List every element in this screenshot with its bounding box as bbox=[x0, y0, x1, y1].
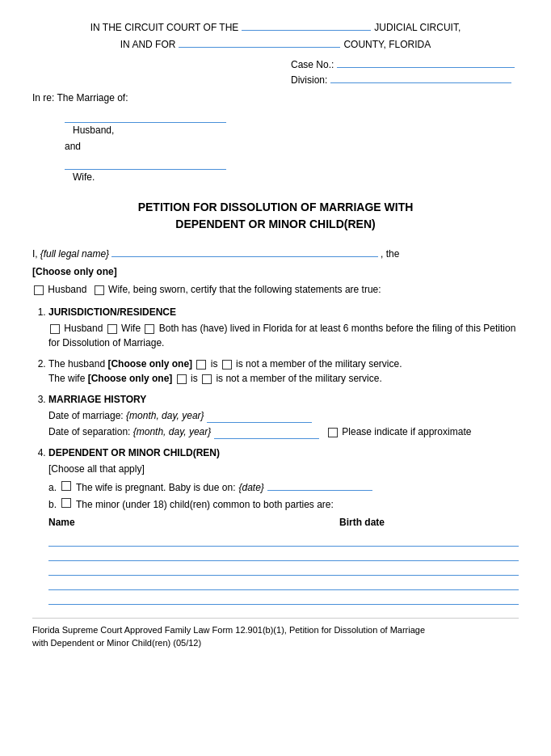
date-separation-label: Date of separation: bbox=[48, 426, 130, 437]
item-b-letter: b. bbox=[48, 497, 57, 512]
checkbox-minor-children[interactable] bbox=[61, 498, 71, 508]
date-due-placeholder: {date} bbox=[238, 480, 263, 495]
section-1-content-text: Both has (have) lived in Florida for at … bbox=[48, 323, 515, 348]
section-4-title: DEPENDENT OR MINOR CHILD(REN) bbox=[48, 446, 519, 460]
choose-all-label: [Choose all that apply] bbox=[48, 463, 145, 475]
header-line1: IN THE CIRCUIT COURT OF THE JUDICIAL CIR… bbox=[32, 19, 519, 33]
husband-section: Husband, bbox=[65, 110, 519, 136]
division-label: Division: bbox=[291, 74, 327, 86]
section-1: JURISDICTION/RESIDENCE Husband Wife Both… bbox=[48, 305, 519, 350]
intro-line: I, {full legal name} , the bbox=[32, 246, 519, 261]
husband-intro-label: Husband bbox=[48, 284, 86, 295]
division-field[interactable] bbox=[330, 72, 511, 83]
section-1-content: Husband Wife Both has (have) lived in Fl… bbox=[48, 321, 519, 350]
section-4: DEPENDENT OR MINOR CHILD(REN) [Choose al… bbox=[48, 446, 519, 605]
section-2-line1: The husband [Choose only one] is is not … bbox=[48, 357, 519, 371]
legal-name-field[interactable] bbox=[111, 246, 378, 257]
the-text: , the bbox=[381, 247, 399, 261]
checkbox-wife-intro[interactable] bbox=[95, 285, 104, 295]
wife-section: Wife. bbox=[65, 157, 519, 183]
footer-note: Florida Supreme Court Approved Family La… bbox=[32, 618, 519, 650]
item-a: a. The wife is pregnant. Baby is due on:… bbox=[48, 479, 519, 495]
petition-title: PETITION FOR DISSOLUTION OF MARRIAGE WIT… bbox=[32, 199, 519, 233]
and-connector: and bbox=[65, 141, 519, 152]
i-text: I, bbox=[32, 247, 38, 261]
child-birth-field-1[interactable] bbox=[323, 531, 519, 546]
wife-jur-label: Wife bbox=[121, 323, 143, 334]
husband-name-field[interactable] bbox=[65, 110, 226, 123]
full-legal-name-label: {full legal name} bbox=[40, 247, 109, 261]
checkbox-wife-is[interactable] bbox=[177, 374, 187, 384]
numbered-sections: JURISDICTION/RESIDENCE Husband Wife Both… bbox=[32, 305, 519, 605]
header-line2-post: COUNTY, FLORIDA bbox=[343, 39, 431, 50]
section-3: MARRIAGE HISTORY Date of marriage: {mont… bbox=[48, 392, 519, 439]
checkbox-pregnant[interactable] bbox=[61, 481, 71, 491]
county-field[interactable] bbox=[179, 36, 340, 48]
date-separation-placeholder: {month, day, year} bbox=[133, 426, 212, 437]
child-birth-field-2[interactable] bbox=[323, 546, 519, 560]
section-1-title: JURISDICTION/RESIDENCE bbox=[48, 305, 519, 319]
isnot-label-1: is not a member of the military service. bbox=[236, 358, 402, 370]
checkbox-both-jur[interactable] bbox=[145, 324, 154, 334]
child-name-field-3[interactable] bbox=[48, 560, 323, 575]
wife-label: Wife. bbox=[73, 171, 95, 183]
child-name-field-4[interactable] bbox=[48, 575, 323, 589]
choose-only-one-2a: [Choose only one] bbox=[107, 358, 192, 370]
date-marriage-line: Date of marriage: {month, day, year} bbox=[48, 408, 519, 423]
choose-all-line: [Choose all that apply] bbox=[48, 462, 519, 476]
division-row: Division: bbox=[291, 72, 511, 86]
date-marriage-placeholder: {month, day, year} bbox=[126, 410, 204, 421]
footer-line1: Florida Supreme Court Approved Family La… bbox=[32, 623, 519, 637]
name-col-header: Name bbox=[48, 515, 323, 531]
husband-jur-label: Husband bbox=[64, 323, 105, 334]
item-a-letter: a. bbox=[48, 480, 57, 495]
header-line2: IN AND FOR COUNTY, FLORIDA bbox=[32, 36, 519, 50]
approximate-checkbox-wrapper: Please indicate if approximate bbox=[326, 426, 471, 437]
date-separation-field[interactable] bbox=[214, 428, 319, 439]
checkbox-husband-intro[interactable] bbox=[34, 285, 44, 295]
wife-name-field[interactable] bbox=[65, 157, 226, 170]
wife-intro-label: Wife, being sworn, certify that the foll… bbox=[108, 284, 381, 295]
court-header: IN THE CIRCUIT COURT OF THE JUDICIAL CIR… bbox=[32, 19, 519, 50]
date-marriage-field[interactable] bbox=[207, 412, 312, 423]
birthdate-col-header: Birth date bbox=[323, 515, 519, 531]
date-marriage-label: Date of marriage: bbox=[48, 410, 124, 421]
child-birth-field-3[interactable] bbox=[323, 560, 519, 575]
case-no-row: Case No.: bbox=[291, 57, 515, 70]
in-re-section: In re: The Marriage of: bbox=[32, 92, 519, 103]
child-name-field-1[interactable] bbox=[48, 531, 323, 546]
sworn-line: Husband Wife, being sworn, certify that … bbox=[32, 282, 519, 297]
is-label-2: is bbox=[191, 373, 200, 384]
item-b: b. The minor (under 18) child(ren) commo… bbox=[48, 497, 519, 512]
footer-line2: with Dependent or Minor Child(ren) (05/1… bbox=[32, 636, 519, 650]
is-label-1: is bbox=[211, 358, 221, 370]
child-birth-field-4[interactable] bbox=[323, 575, 519, 589]
isnot-label-2: is not a member of the military service. bbox=[216, 373, 381, 384]
table-row bbox=[48, 560, 519, 575]
husband-label: Husband, bbox=[73, 125, 114, 136]
checkbox-husband-isnot[interactable] bbox=[222, 360, 232, 370]
checkbox-husband-jur[interactable] bbox=[50, 324, 60, 334]
approximate-label: Please indicate if approximate bbox=[342, 426, 471, 437]
husband-military-pre: The husband bbox=[48, 358, 107, 370]
case-no-field[interactable] bbox=[337, 57, 515, 68]
checkbox-approximate[interactable] bbox=[328, 428, 338, 437]
checkbox-wife-isnot[interactable] bbox=[202, 374, 212, 384]
circuit-field[interactable] bbox=[242, 19, 371, 31]
item-b-text: The minor (under 18) child(ren) common t… bbox=[76, 497, 334, 512]
header-line1-pre: IN THE CIRCUIT COURT OF THE bbox=[90, 22, 239, 33]
choose-only-one-2b: [Choose only one] bbox=[88, 373, 173, 384]
section-2-line2: The wife [Choose only one] is is not a m… bbox=[48, 371, 519, 386]
item-a-text: The wife is pregnant. Baby is due on: bbox=[76, 480, 235, 495]
child-name-field-5[interactable] bbox=[48, 589, 323, 604]
table-row bbox=[48, 589, 519, 604]
checkbox-wife-jur[interactable] bbox=[107, 324, 117, 334]
child-birth-field-5[interactable] bbox=[323, 589, 519, 604]
section-2: The husband [Choose only one] is is not … bbox=[48, 357, 519, 386]
checkbox-husband-is[interactable] bbox=[196, 360, 206, 370]
header-line1-post: JUDICIAL CIRCUIT, bbox=[374, 22, 461, 33]
header-line2-pre: IN AND FOR bbox=[120, 39, 176, 50]
date-due-field[interactable] bbox=[267, 479, 372, 491]
title-line1: PETITION FOR DISSOLUTION OF MARRIAGE WIT… bbox=[32, 199, 519, 216]
child-name-field-2[interactable] bbox=[48, 546, 323, 560]
